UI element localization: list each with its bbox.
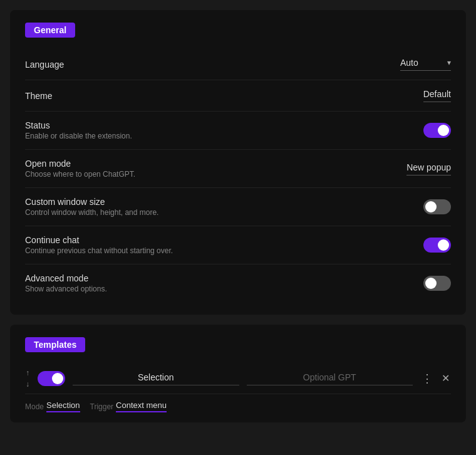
status-toggle[interactable] bbox=[423, 123, 451, 138]
continue-chat-row: Continue chat Continue previous chat wit… bbox=[25, 226, 451, 264]
advanced-mode-toggle[interactable] bbox=[423, 276, 451, 291]
custom-window-label: Custom window size Control window width,… bbox=[25, 197, 158, 217]
open-mode-label: Open mode Choose where to open ChatGPT. bbox=[25, 159, 135, 179]
continue-chat-label: Continue chat Continue previous chat wit… bbox=[25, 235, 173, 255]
language-select[interactable]: Auto English Chinese Japanese bbox=[400, 58, 451, 68]
continue-chat-toggle[interactable] bbox=[423, 238, 451, 253]
trigger-value: Context menu bbox=[116, 400, 167, 412]
open-mode-row: Open mode Choose where to open ChatGPT. … bbox=[25, 150, 451, 188]
language-value: Auto English Chinese Japanese ▾ bbox=[400, 58, 451, 71]
language-label: Language bbox=[25, 60, 64, 70]
language-select-wrapper[interactable]: Auto English Chinese Japanese ▾ bbox=[400, 58, 451, 71]
templates-title: Templates bbox=[25, 337, 85, 352]
advanced-mode-row: Advanced mode Show advanced options. bbox=[25, 264, 451, 302]
status-row: Status Enable or disable the extension. bbox=[25, 112, 451, 150]
mode-value: Selection bbox=[46, 400, 80, 412]
custom-window-row: Custom window size Control window width,… bbox=[25, 188, 451, 226]
arrow-up-button[interactable]: ↑ bbox=[25, 369, 30, 377]
mode-trigger-row: Mode Selection Trigger Context menu bbox=[25, 394, 451, 412]
template-row: ↑ ↓ Selection Optional GPT ⋮ ✕ bbox=[25, 363, 451, 394]
arrow-down-button[interactable]: ↓ bbox=[25, 380, 30, 389]
template-more-button[interactable]: ⋮ bbox=[420, 372, 434, 385]
general-section: General Language Auto English Chinese Ja… bbox=[10, 10, 466, 315]
open-mode-value: New popup bbox=[406, 162, 451, 175]
template-gpt-placeholder: Optional GPT bbox=[247, 372, 413, 385]
language-row: Language Auto English Chinese Japanese ▾ bbox=[25, 49, 451, 80]
template-toggle[interactable] bbox=[38, 371, 65, 386]
template-close-button[interactable]: ✕ bbox=[440, 372, 451, 385]
advanced-mode-label: Advanced mode Show advanced options. bbox=[25, 273, 107, 293]
theme-value: Default bbox=[423, 89, 451, 102]
theme-label: Theme bbox=[25, 91, 53, 101]
custom-window-toggle[interactable] bbox=[423, 199, 451, 214]
trigger-label: Trigger bbox=[90, 402, 114, 411]
mode-label: Mode bbox=[25, 402, 44, 411]
template-arrows: ↑ ↓ bbox=[25, 369, 30, 389]
template-name: Selection bbox=[73, 372, 239, 385]
theme-row: Theme Default bbox=[25, 80, 451, 112]
template-actions: ⋮ ✕ bbox=[420, 372, 451, 385]
templates-section: Templates ↑ ↓ Selection Optional GPT ⋮ ✕… bbox=[10, 325, 466, 422]
status-label: Status Enable or disable the extension. bbox=[25, 120, 132, 140]
general-title: General bbox=[25, 23, 75, 38]
